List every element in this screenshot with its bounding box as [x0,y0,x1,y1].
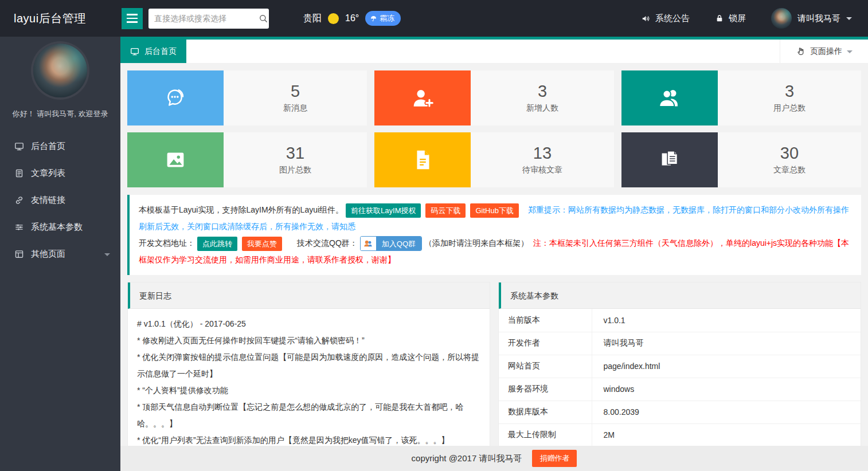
qq-note: （添加时请注明来自本框架） [424,238,529,248]
stat-card-total-articles[interactable]: 30 文章总数 [621,132,861,187]
changelog-line: * “个人资料”提供修改功能 [137,382,480,399]
github-download-button[interactable]: GitHub下载 [470,203,518,218]
weather-city: 贵阳 [303,13,322,25]
docs-link-button[interactable]: 点此跳转 [197,237,237,251]
link-icon [14,195,24,205]
stat-card-total-users[interactable]: 3 用户总数 [621,70,861,125]
stat-card-images[interactable]: 31 图片总数 [127,132,367,187]
lock-screen-button[interactable]: 锁屏 [715,13,746,24]
avatar [771,8,792,29]
sidebar-item-label: 后台首页 [31,141,65,152]
stat-label: 新消息 [283,103,307,113]
user-menu[interactable]: 请叫我马哥 [771,8,852,29]
table-row: 数据库版本8.00.2039 [499,401,861,423]
changelog-line: * 优化关闭弹窗按钮的提示信息位置问题【可能是因为加载速度的原因，造成这个问题，… [137,349,480,382]
gitee-download-button[interactable]: 码云下载 [425,203,466,218]
sidebar-item-links[interactable]: 友情链接 [0,187,120,214]
param-key: 数据库版本 [499,401,592,423]
profile-avatar [33,44,87,97]
pages-icon [14,249,24,259]
param-value: 8.00.2039 [592,401,861,423]
param-key: 最大上传限制 [499,423,592,446]
tab-home[interactable]: 后台首页 [120,40,186,63]
weather-widget: 贵阳 16° 霜冻 [303,11,401,26]
table-row: 服务器环境windows [499,378,861,401]
content: 5 新消息 3 新增人数 [120,64,868,446]
changelog-title: 更新日志 [128,282,490,309]
stat-icon [127,70,224,125]
join-qq-button[interactable]: 加入QQ群 [360,236,422,251]
stat-card-new-users[interactable]: 3 新增人数 [374,70,614,125]
search-icon[interactable] [258,13,269,24]
tab-bar: 后台首页 页面操作 [120,40,868,64]
user-add-icon [409,85,436,111]
footer: copyright @2017 请叫我马哥 捐赠作者 [120,446,868,471]
chevron-down-icon [847,50,853,56]
monitor-icon [130,47,139,56]
article-icon [14,168,24,178]
qq-group-label: 技术交流QQ群： [297,238,358,248]
sun-icon [328,13,339,24]
page-actions-dropdown[interactable]: 页面操作 [780,40,868,63]
announcement-button[interactable]: 系统公告 [641,13,690,24]
sidebar-item-system-params[interactable]: 系统基本参数 [0,214,120,241]
donate-button[interactable]: 捐赠作者 [532,450,577,467]
search-input[interactable] [154,14,258,23]
system-params-table: 当前版本v1.0.1 开发作者请叫我马哥 网站首页page/index.html… [499,309,861,446]
sidebar-item-articles[interactable]: 文章列表 [0,160,120,187]
page-actions-label: 页面操作 [810,46,842,57]
stat-label: 图片总数 [279,165,311,175]
notice-text: 本模板基于Layui实现，支持除LayIM外所有的Layui组件。 [139,205,343,214]
changelog-panel: 更新日志 # v1.0.1（优化） - 2017-06-25 * 修改刚进入页面… [127,282,490,446]
sidebar-item-home[interactable]: 后台首页 [0,133,120,160]
menu-toggle-button[interactable] [122,8,143,29]
stats-grid: 5 新消息 3 新增人数 [127,70,861,187]
stat-value: 31 [286,144,304,163]
qq-people-icon [361,237,376,250]
system-params-title: 系统基本参数 [499,282,861,309]
param-key: 网站首页 [499,355,592,378]
file-icon [409,147,436,173]
param-value: 请叫我马哥 [592,332,861,355]
lock-label: 锁屏 [729,13,746,24]
stat-value: 3 [785,83,794,101]
image-icon [162,147,189,173]
docs-label: 开发文档地址： [139,238,195,248]
table-row: 开发作者请叫我马哥 [499,332,861,355]
table-row: 当前版本v1.0.1 [499,309,861,332]
sidebar-item-label: 文章列表 [31,168,65,179]
stat-card-messages[interactable]: 5 新消息 [127,70,367,125]
message-icon [162,85,189,111]
stat-label: 新增人数 [526,103,558,113]
stat-label: 待审核文章 [522,165,562,175]
greeting-text: 你好！ 请叫我马哥, 欢迎登录 [0,109,120,119]
sidebar-item-label: 系统基本参数 [31,222,83,233]
search-box[interactable] [148,9,269,29]
stat-value: 3 [538,83,547,101]
param-value: page/index.html [592,355,861,378]
param-value: 2M [592,423,861,446]
stat-icon [374,70,471,125]
weather-tag-label: 霜冻 [380,13,394,23]
like-button[interactable]: 我要点赞 [242,237,282,251]
app-title: layui后台管理 [0,11,120,26]
stat-value: 5 [291,83,300,101]
stat-value: 13 [533,144,552,163]
weather-badge: 霜冻 [365,11,401,26]
sidebar-item-label: 友情链接 [31,195,65,206]
stat-label: 用户总数 [773,103,806,113]
stat-icon [621,70,718,125]
notice-block: 本模板基于Layui实现，支持除LayIM外所有的Layui组件。前往获取Lay… [127,195,861,275]
copyright-text: copyright @2017 请叫我马哥 [412,453,522,464]
monitor-icon [14,142,24,151]
announcement-label: 系统公告 [655,13,690,24]
users-icon [656,85,683,111]
sidebar-item-other-pages[interactable]: 其他页面 [0,241,120,268]
param-key: 开发作者 [499,332,592,355]
layim-auth-button[interactable]: 前往获取LayIM授权 [346,203,421,218]
changelog-line: # v1.0.1（优化） - 2017-06-25 [137,316,480,332]
changelog-line: * 修改刚进入页面无任何操作时按回车键提示“请输入解锁密码！” [137,332,480,349]
join-qq-label: 加入QQ群 [376,237,421,250]
stat-value: 30 [780,144,799,163]
stat-card-pending-articles[interactable]: 13 待审核文章 [374,132,614,187]
